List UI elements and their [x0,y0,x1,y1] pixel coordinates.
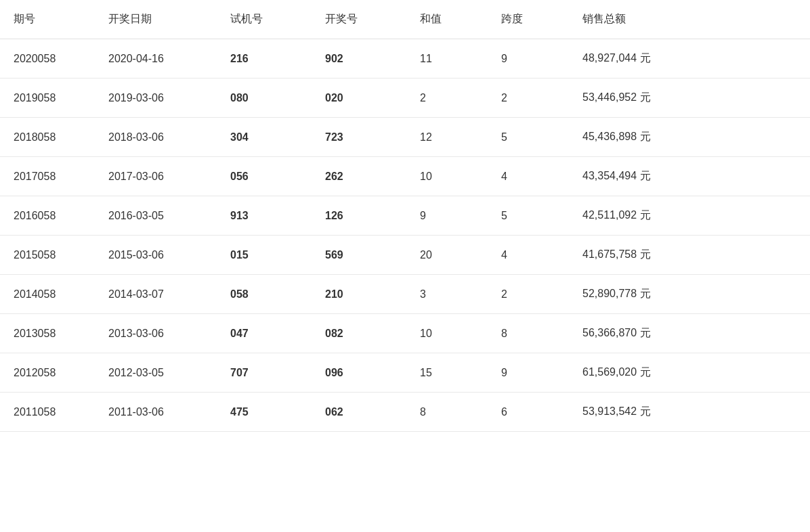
cell-sales: 42,511,092 元 [569,196,810,236]
cell-date: 2016-03-05 [95,196,217,236]
table-row: 20170582017-03-0605626210443,354,494 元 [0,157,810,196]
cell-span: 2 [488,275,569,314]
cell-period: 2019058 [0,79,95,118]
header-winning: 开奖号 [312,0,406,39]
cell-sales: 45,436,898 元 [569,118,810,157]
cell-winning: 902 [312,39,406,79]
cell-winning: 126 [312,196,406,236]
cell-sales: 48,927,044 元 [569,39,810,79]
cell-date: 2013-03-06 [95,314,217,353]
table-row: 20160582016-03-059131269542,511,092 元 [0,196,810,236]
cell-period: 2014058 [0,275,95,314]
cell-trial: 304 [217,118,312,157]
cell-sum: 10 [406,314,488,353]
header-sum: 和值 [406,0,488,39]
cell-sales: 41,675,758 元 [569,236,810,275]
cell-span: 4 [488,157,569,196]
header-sales: 销售总额 [569,0,810,39]
cell-span: 8 [488,314,569,353]
header-date: 开奖日期 [95,0,217,39]
cell-span: 2 [488,79,569,118]
cell-sales: 52,890,778 元 [569,275,810,314]
cell-trial: 216 [217,39,312,79]
table-row: 20180582018-03-0630472312545,436,898 元 [0,118,810,157]
cell-winning: 723 [312,118,406,157]
table-row: 20140582014-03-070582103252,890,778 元 [0,275,810,314]
cell-period: 2020058 [0,39,95,79]
cell-sum: 3 [406,275,488,314]
cell-winning: 210 [312,275,406,314]
cell-trial: 056 [217,157,312,196]
cell-sum: 10 [406,157,488,196]
table-row: 20150582015-03-0601556920441,675,758 元 [0,236,810,275]
cell-sum: 20 [406,236,488,275]
cell-sum: 15 [406,353,488,393]
cell-trial: 475 [217,393,312,432]
cell-period: 2012058 [0,353,95,393]
cell-period: 2013058 [0,314,95,353]
lottery-table: 期号 开奖日期 试机号 开奖号 和值 跨度 销售总额 20200582020-0… [0,0,810,432]
table-header-row: 期号 开奖日期 试机号 开奖号 和值 跨度 销售总额 [0,0,810,39]
cell-winning: 020 [312,79,406,118]
main-container: 期号 开奖日期 试机号 开奖号 和值 跨度 销售总额 20200582020-0… [0,0,810,532]
cell-winning: 062 [312,393,406,432]
cell-trial: 047 [217,314,312,353]
cell-period: 2017058 [0,157,95,196]
table-row: 20130582013-03-0604708210856,366,870 元 [0,314,810,353]
cell-span: 4 [488,236,569,275]
table-row: 20200582020-04-1621690211948,927,044 元 [0,39,810,79]
cell-sales: 53,913,542 元 [569,393,810,432]
table-row: 20110582011-03-064750628653,913,542 元 [0,393,810,432]
cell-date: 2014-03-07 [95,275,217,314]
cell-date: 2011-03-06 [95,393,217,432]
cell-sum: 8 [406,393,488,432]
table-row: 20120582012-03-0570709615961,569,020 元 [0,353,810,393]
cell-period: 2015058 [0,236,95,275]
cell-sum: 12 [406,118,488,157]
cell-span: 5 [488,196,569,236]
header-trial: 试机号 [217,0,312,39]
cell-period: 2018058 [0,118,95,157]
cell-winning: 569 [312,236,406,275]
cell-trial: 058 [217,275,312,314]
cell-period: 2011058 [0,393,95,432]
cell-trial: 080 [217,79,312,118]
cell-date: 2019-03-06 [95,79,217,118]
cell-winning: 082 [312,314,406,353]
cell-sales: 43,354,494 元 [569,157,810,196]
cell-date: 2012-03-05 [95,353,217,393]
cell-date: 2017-03-06 [95,157,217,196]
cell-date: 2015-03-06 [95,236,217,275]
cell-sales: 56,366,870 元 [569,314,810,353]
cell-trial: 015 [217,236,312,275]
cell-span: 9 [488,39,569,79]
cell-span: 9 [488,353,569,393]
cell-period: 2016058 [0,196,95,236]
cell-date: 2018-03-06 [95,118,217,157]
cell-sum: 9 [406,196,488,236]
table-row: 20190582019-03-060800202253,446,952 元 [0,79,810,118]
cell-sales: 61,569,020 元 [569,353,810,393]
cell-trial: 707 [217,353,312,393]
cell-winning: 262 [312,157,406,196]
cell-span: 6 [488,393,569,432]
cell-sales: 53,446,952 元 [569,79,810,118]
header-period: 期号 [0,0,95,39]
cell-span: 5 [488,118,569,157]
cell-date: 2020-04-16 [95,39,217,79]
cell-winning: 096 [312,353,406,393]
cell-trial: 913 [217,196,312,236]
cell-sum: 11 [406,39,488,79]
header-span: 跨度 [488,0,569,39]
cell-sum: 2 [406,79,488,118]
